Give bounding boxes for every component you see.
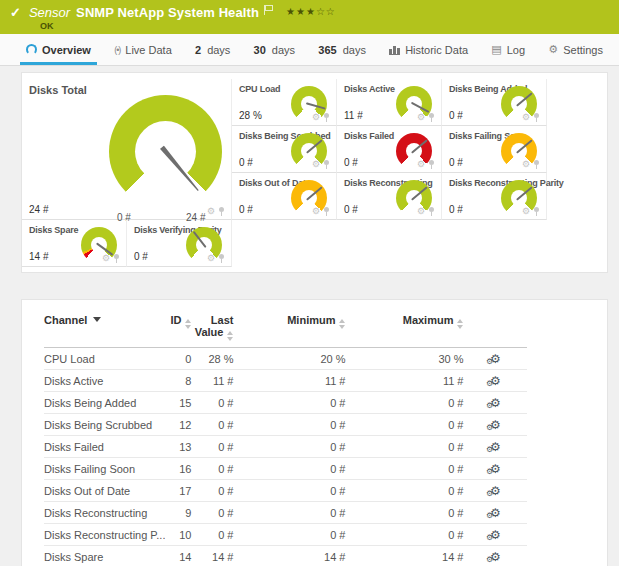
gear-icon[interactable] xyxy=(417,207,425,216)
column-header-id[interactable]: ID xyxy=(165,308,191,348)
gauge-tile-disks-being-added[interactable]: Disks Being Added 0 # xyxy=(442,79,547,126)
channel-settings-icon[interactable] xyxy=(490,484,501,498)
tab-live-data[interactable]: (•) Live Data xyxy=(112,34,174,65)
star-filled-icon[interactable]: ★ xyxy=(286,6,296,17)
gear-icon[interactable] xyxy=(102,254,110,263)
pin-icon[interactable] xyxy=(324,207,329,212)
channel-cell[interactable]: Disks Being Scrubbed xyxy=(44,414,165,436)
table-row[interactable]: Disks Being Added 15 0 # 0 # 0 # xyxy=(44,392,527,414)
gauge-tile-disks-spare[interactable]: Disks Spare 14 # xyxy=(22,220,127,267)
pin-icon[interactable] xyxy=(324,160,329,165)
gear-icon[interactable] xyxy=(522,207,530,216)
channel-settings-icon[interactable] xyxy=(490,418,501,432)
channel-settings-icon[interactable] xyxy=(490,528,501,542)
sort-icon xyxy=(185,319,191,329)
channel-settings-icon[interactable] xyxy=(490,352,501,366)
gauge-value: 11 # xyxy=(344,110,363,121)
channel-settings-icon[interactable] xyxy=(490,506,501,520)
gauge-tile-disks-verifying-parity[interactable]: Disks Verifying Parity 0 # xyxy=(127,220,232,267)
pin-icon[interactable] xyxy=(429,160,434,165)
pin-icon[interactable] xyxy=(429,207,434,212)
pin-icon[interactable] xyxy=(114,254,119,259)
column-header-last-value[interactable]: Last Value xyxy=(191,308,233,348)
priority-flag-icon[interactable] xyxy=(264,5,272,15)
channel-cell[interactable]: Disks Active xyxy=(44,370,165,392)
gauge-tile-disks-being-scrubbed[interactable]: Disks Being Scrubbed 0 # xyxy=(232,126,337,173)
gauge-tile-disks-reconstructing-parity[interactable]: Disks Reconstructing Parity 0 # xyxy=(442,173,547,220)
channel-cell[interactable]: Disks Being Added xyxy=(44,392,165,414)
gauge-tile-disks-total[interactable]: Disks Total 0 # 24 # 24 # xyxy=(22,79,232,220)
channel-settings-icon[interactable] xyxy=(490,462,501,476)
table-row[interactable]: CPU Load 0 28 % 20 % 30 % xyxy=(44,348,527,370)
maximum-cell: 0 # xyxy=(345,414,463,436)
tab-overview[interactable]: Overview xyxy=(24,34,93,65)
column-header-channel[interactable]: Channel xyxy=(44,308,165,348)
gauge-dial xyxy=(109,95,222,208)
gauge-needle xyxy=(159,144,202,193)
table-row[interactable]: Disks Failed 13 0 # 0 # 0 # xyxy=(44,436,527,458)
pin-icon[interactable] xyxy=(534,113,539,118)
tab-365-days[interactable]: 365 days xyxy=(316,34,368,65)
table-row[interactable]: Disks Reconstructing P... 10 0 # 0 # 0 # xyxy=(44,524,527,546)
table-row[interactable]: Disks Out of Date 17 0 # 0 # 0 # xyxy=(44,480,527,502)
gauge-tile-disks-reconstructing[interactable]: Disks Reconstructing 0 # xyxy=(337,173,442,220)
channel-cell[interactable]: Disks Reconstructing xyxy=(44,502,165,524)
id-cell: 14 xyxy=(165,546,191,566)
channel-cell[interactable]: Disks Reconstructing P... xyxy=(44,524,165,546)
minimum-cell: 11 # xyxy=(233,370,345,392)
gear-icon[interactable] xyxy=(312,160,320,169)
star-filled-icon[interactable]: ★ xyxy=(296,6,306,17)
column-header-minimum[interactable]: Minimum xyxy=(233,308,345,348)
gauges-panel: Disks Total 0 # 24 # 24 # CPU Load 28 % … xyxy=(21,72,608,273)
gear-icon[interactable] xyxy=(417,113,425,122)
channel-cell[interactable]: CPU Load xyxy=(44,348,165,370)
tab-2-days[interactable]: 2 days xyxy=(193,34,232,65)
pin-icon[interactable] xyxy=(429,113,434,118)
tab-historic-data[interactable]: Historic Data xyxy=(387,34,470,65)
gear-icon[interactable] xyxy=(207,207,215,216)
tab-settings[interactable]: ⚙ Settings xyxy=(546,34,605,65)
gear-icon[interactable] xyxy=(522,113,530,122)
gauge-value: 24 # xyxy=(29,204,48,215)
table-row[interactable]: Disks Spare 14 14 # 14 # 14 # xyxy=(44,546,527,566)
pin-icon[interactable] xyxy=(324,113,329,118)
gear-icon[interactable] xyxy=(522,160,530,169)
last-value-cell: 0 # xyxy=(191,480,233,502)
gear-icon[interactable] xyxy=(312,207,320,216)
gauge-tile-disks-out-of-date[interactable]: Disks Out of Date 0 # xyxy=(232,173,337,220)
gauge-tile-cpu-load[interactable]: CPU Load 28 % xyxy=(232,79,337,126)
star-empty-icon[interactable]: ☆ xyxy=(316,6,326,17)
gauge-label: CPU Load xyxy=(239,84,280,94)
pin-icon[interactable] xyxy=(534,160,539,165)
table-row[interactable]: Disks Active 8 11 # 11 # 11 # xyxy=(44,370,527,392)
gauge-needle xyxy=(411,186,428,200)
channel-cell[interactable]: Disks Spare xyxy=(44,546,165,566)
pin-icon[interactable] xyxy=(219,207,224,212)
channel-cell[interactable]: Disks Failed xyxy=(44,436,165,458)
table-row[interactable]: Disks Reconstructing 9 0 # 0 # 0 # xyxy=(44,502,527,524)
pin-icon[interactable] xyxy=(219,254,224,259)
gauge-tile-disks-failing-soon[interactable]: Disks Failing Soon 0 # xyxy=(442,126,547,173)
maximum-cell: 0 # xyxy=(345,458,463,480)
column-header-maximum[interactable]: Maximum xyxy=(345,308,463,348)
gear-icon[interactable] xyxy=(207,254,215,263)
channel-settings-icon[interactable] xyxy=(490,440,501,454)
channel-cell[interactable]: Disks Out of Date xyxy=(44,480,165,502)
tab-30-days[interactable]: 30 days xyxy=(252,34,298,65)
gauge-tile-disks-failed[interactable]: Disks Failed 0 # xyxy=(337,126,442,173)
channel-settings-icon[interactable] xyxy=(490,550,501,564)
gauge-tile-disks-active[interactable]: Disks Active 11 # xyxy=(337,79,442,126)
gear-icon[interactable] xyxy=(417,160,425,169)
tab-log[interactable]: ▤ Log xyxy=(489,34,527,65)
channel-settings-icon[interactable] xyxy=(490,374,501,388)
priority-stars[interactable]: ★★★☆☆ xyxy=(286,6,336,17)
table-row[interactable]: Disks Being Scrubbed 12 0 # 0 # 0 # xyxy=(44,414,527,436)
pin-icon[interactable] xyxy=(534,207,539,212)
channel-cell[interactable]: Disks Failing Soon xyxy=(44,458,165,480)
channel-settings-icon[interactable] xyxy=(490,396,501,410)
gear-icon[interactable] xyxy=(312,113,320,122)
star-filled-icon[interactable]: ★ xyxy=(306,6,316,17)
star-empty-icon[interactable]: ☆ xyxy=(326,6,336,17)
table-row[interactable]: Disks Failing Soon 16 0 # 0 # 0 # xyxy=(44,458,527,480)
last-value-cell: 28 % xyxy=(191,348,233,370)
